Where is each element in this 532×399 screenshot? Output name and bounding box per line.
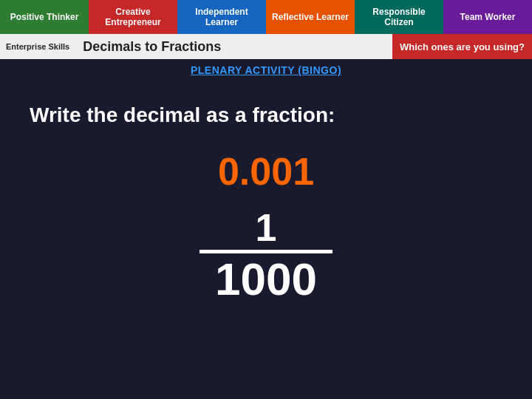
plenary-link[interactable]: PLENARY ACTIVITY (BINGO) — [191, 64, 341, 76]
top-bar: Positive Thinker Creative Entrepreneur I… — [0, 0, 532, 34]
skill-positive-thinker[interactable]: Positive Thinker — [0, 0, 89, 34]
fraction-display: 1 1000 — [30, 208, 502, 302]
skill-team-worker[interactable]: Team Worker — [443, 0, 532, 34]
skill-reflective-learner[interactable]: Reflective Learner — [266, 0, 355, 34]
instruction-text: Write the decimal as a fraction: — [30, 103, 502, 127]
lesson-title: Decimals to Fractions — [75, 34, 392, 59]
plenary-bar: PLENARY ACTIVITY (BINGO) — [0, 59, 532, 81]
subtitle-bar: Enterprise Skills Decimals to Fractions … — [0, 34, 532, 59]
skill-independent-learner[interactable]: Independent Learner — [177, 0, 266, 34]
skill-creative-entrepreneur[interactable]: Creative Entrepreneur — [89, 0, 177, 34]
decimal-value: 0.001 — [30, 149, 502, 194]
skill-responsible-citizen[interactable]: Responsible Citizen — [355, 0, 443, 34]
main-content: Write the decimal as a fraction: 0.001 1… — [0, 81, 532, 302]
enterprise-skills-label: Enterprise Skills — [0, 34, 75, 59]
fraction-numerator: 1 — [256, 208, 277, 247]
which-ones-label: Which ones are you using? — [392, 34, 532, 59]
fraction-denominator: 1000 — [215, 256, 317, 302]
